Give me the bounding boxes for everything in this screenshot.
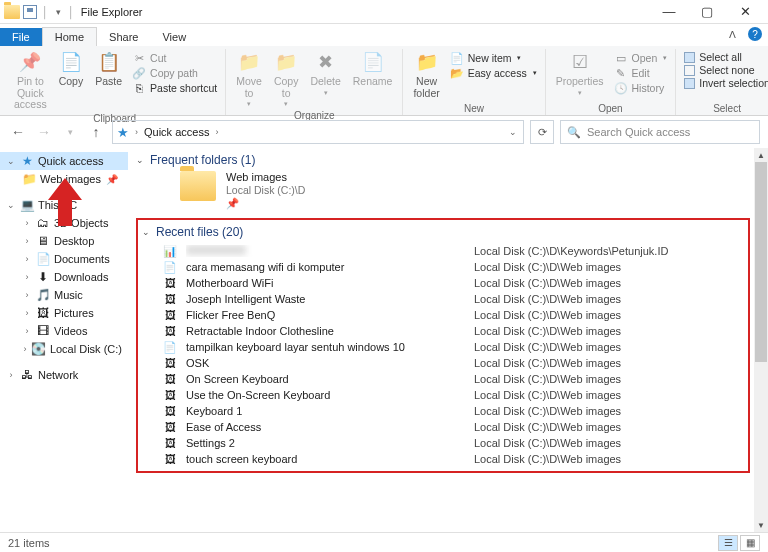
new-item-button[interactable]: 📄New item▾ — [448, 51, 539, 65]
copy-path-button[interactable]: 🔗Copy path — [130, 66, 219, 80]
invert-selection-button[interactable]: Invert selection — [682, 77, 768, 89]
file-item[interactable]: 🖼Retractable Indoor ClotheslineLocal Dis… — [162, 323, 744, 339]
scroll-down-icon[interactable]: ▼ — [754, 518, 768, 532]
file-item[interactable]: 📄cara memasang wifi di komputerLocal Dis… — [162, 259, 744, 275]
copy-to-icon: 📁 — [274, 51, 298, 75]
file-item[interactable]: 🖼Flicker Free BenQLocal Disk (C:)\D\Web … — [162, 307, 744, 323]
sidebar-item-quick-access[interactable]: ⌄★Quick access — [0, 152, 128, 170]
group-label-open: Open — [552, 103, 670, 115]
sidebar-item[interactable]: ›🖼Pictures — [0, 304, 128, 322]
group-recent-files[interactable]: ⌄ Recent files (20) — [142, 222, 744, 241]
tab-view[interactable]: View — [150, 28, 198, 46]
sidebar-item[interactable]: ›⬇Downloads — [0, 268, 128, 286]
sidebar-item[interactable]: ›💽Local Disk (C:) — [0, 340, 128, 358]
close-button[interactable]: ✕ — [726, 0, 764, 24]
move-to-icon: 📁 — [237, 51, 261, 75]
refresh-button[interactable]: ⟳ — [530, 120, 554, 144]
file-item[interactable]: 🖼Settings 2Local Disk (C:)\D\Web images — [162, 435, 744, 451]
copy-button[interactable]: 📄 Copy — [55, 49, 88, 90]
open-button[interactable]: ▭Open▾ — [612, 51, 670, 65]
paste-shortcut-button[interactable]: ⎘Paste shortcut — [130, 81, 219, 95]
back-button[interactable]: ← — [8, 122, 28, 142]
edit-button[interactable]: ✎Edit — [612, 66, 670, 80]
file-icon: 🖼 — [162, 356, 178, 370]
address-dropdown-icon[interactable]: ⌄ — [507, 127, 519, 137]
breadcrumb[interactable]: Quick access — [144, 126, 209, 138]
icons-view-button[interactable]: ▦ — [740, 535, 760, 551]
forward-button[interactable]: → — [34, 122, 54, 142]
file-name: On Screen Keyboard — [186, 373, 466, 385]
network-icon: 🖧 — [20, 368, 34, 382]
paste-button[interactable]: 📋 Paste — [91, 49, 126, 90]
rename-button[interactable]: 📄Rename — [349, 49, 397, 90]
address-bar[interactable]: ★ › Quick access › ⌄ — [112, 120, 524, 144]
ribbon-collapse-icon[interactable]: ᐱ — [729, 29, 736, 40]
minimize-button[interactable]: — — [650, 0, 688, 24]
search-box[interactable]: 🔍 — [560, 120, 760, 144]
group-frequent-folders[interactable]: ⌄ Frequent folders (1) — [136, 150, 764, 169]
file-item[interactable]: 🖼OSKLocal Disk (C:)\D\Web images — [162, 355, 744, 371]
folder-icon: 🎞 — [36, 324, 50, 338]
cut-button[interactable]: ✂Cut — [130, 51, 219, 65]
pin-to-quick-access-button[interactable]: 📌 Pin to Quick access — [10, 49, 51, 113]
sidebar-item[interactable]: ›🗂3D Objects — [0, 214, 128, 232]
folder-icon: 📁 — [22, 172, 36, 186]
easy-access-button[interactable]: 📂Easy access▾ — [448, 66, 539, 80]
select-none-button[interactable]: Select none — [682, 64, 768, 76]
frequent-folder-item[interactable]: Web images Local Disk (C:)\D 📌 — [136, 169, 764, 218]
properties-button[interactable]: ☑Properties▾ — [552, 49, 608, 98]
file-item[interactable]: 🖼Joseph Intelligent WasteLocal Disk (C:)… — [162, 291, 744, 307]
file-item[interactable]: 🖼Motherboard WiFiLocal Disk (C:)\D\Web i… — [162, 275, 744, 291]
qat-slot-icon[interactable] — [23, 5, 37, 19]
sidebar-item[interactable]: ›🎵Music — [0, 286, 128, 304]
scroll-up-icon[interactable]: ▲ — [754, 148, 768, 162]
folder-location: Local Disk (C:)\D — [226, 184, 305, 196]
tab-share[interactable]: Share — [97, 28, 150, 46]
file-item[interactable]: 📊Local Disk (C:)\D\Keywords\Petunjuk.ID — [162, 243, 744, 259]
sidebar-item-network[interactable]: ›🖧Network — [0, 366, 128, 384]
folder-icon — [4, 5, 20, 19]
file-name: Joseph Intelligent Waste — [186, 293, 466, 305]
sidebar-item[interactable]: ›🎞Videos — [0, 322, 128, 340]
copy-to-button[interactable]: 📁Copy to▾ — [270, 49, 303, 110]
folder-icon: 🖼 — [36, 306, 50, 320]
help-icon[interactable]: ? — [748, 27, 762, 41]
file-item[interactable]: 🖼touch screen keyboardLocal Disk (C:)\D\… — [162, 451, 744, 467]
file-location: Local Disk (C:)\D\Keywords\Petunjuk.ID — [474, 245, 668, 257]
file-item[interactable]: 🖼Ease of AccessLocal Disk (C:)\D\Web ima… — [162, 419, 744, 435]
maximize-button[interactable]: ▢ — [688, 0, 726, 24]
details-view-button[interactable]: ☰ — [718, 535, 738, 551]
sidebar-item[interactable]: ›📄Documents — [0, 250, 128, 268]
scroll-thumb[interactable] — [755, 162, 767, 362]
address-bar-row: ← → ▾ ↑ ★ › Quick access › ⌄ ⟳ 🔍 — [0, 116, 768, 148]
sidebar-item-this-pc[interactable]: ⌄💻This PC — [0, 196, 128, 214]
file-item[interactable]: 🖼Keyboard 1Local Disk (C:)\D\Web images — [162, 403, 744, 419]
move-to-button[interactable]: 📁Move to▾ — [232, 49, 266, 110]
pin-icon: 📌 — [106, 174, 122, 185]
sidebar-item-web-images[interactable]: 📁Web images📌 — [0, 170, 128, 188]
tab-file[interactable]: File — [0, 28, 42, 46]
up-button[interactable]: ↑ — [86, 122, 106, 142]
file-icon: 🖼 — [162, 372, 178, 386]
file-item[interactable]: 🖼On Screen KeyboardLocal Disk (C:)\D\Web… — [162, 371, 744, 387]
recent-locations-button[interactable]: ▾ — [60, 122, 80, 142]
sidebar-item[interactable]: ›🖥Desktop — [0, 232, 128, 250]
group-label-select: Select — [682, 103, 768, 115]
tab-home[interactable]: Home — [42, 27, 97, 46]
search-input[interactable] — [587, 126, 753, 138]
paste-shortcut-icon: ⎘ — [132, 81, 146, 95]
select-all-button[interactable]: Select all — [682, 51, 768, 63]
file-icon: 🖼 — [162, 388, 178, 402]
delete-button[interactable]: ✖Delete▾ — [306, 49, 344, 98]
chevron-down-icon: ⌄ — [142, 227, 150, 237]
cut-icon: ✂ — [132, 51, 146, 65]
select-none-icon — [684, 65, 695, 76]
new-folder-button[interactable]: 📁New folder — [409, 49, 443, 101]
file-item[interactable]: 🖼Use the On-Screen KeyboardLocal Disk (C… — [162, 387, 744, 403]
file-icon: 🖼 — [162, 276, 178, 290]
history-button[interactable]: 🕓History — [612, 81, 670, 95]
file-item[interactable]: 📄tampilkan keyboard layar sentuh windows… — [162, 339, 744, 355]
file-location: Local Disk (C:)\D\Web images — [474, 453, 621, 465]
scrollbar-vertical[interactable]: ▲ ▼ — [754, 148, 768, 532]
edit-icon: ✎ — [614, 66, 628, 80]
